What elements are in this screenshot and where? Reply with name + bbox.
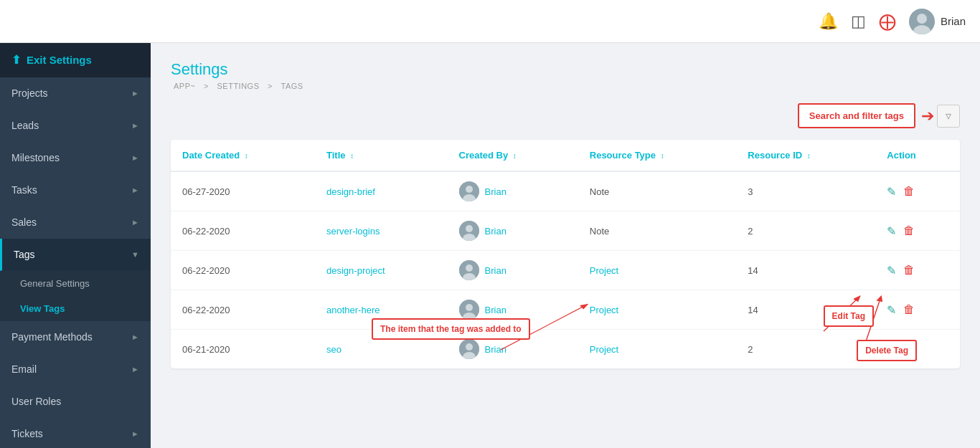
edit-tag-button[interactable]: ✎ <box>887 303 896 317</box>
sidebar-item-projects[interactable]: Projects ► <box>0 77 151 110</box>
avatar <box>909 9 935 34</box>
cell-resource-type: Project <box>578 251 737 290</box>
sidebar-item-milestones[interactable]: Milestones ► <box>0 142 151 174</box>
sidebar-item-tags[interactable]: Tags ▼ <box>0 239 151 271</box>
sidebar-label-payment-methods: Payment Methods <box>11 331 93 343</box>
sidebar-tags-submenu: General Settings View Tags <box>0 271 151 321</box>
callout-delete-tag: Delete Tag <box>857 340 917 361</box>
avatar <box>459 221 479 241</box>
svg-point-10 <box>466 264 473 272</box>
callout-item-added-to: The item that the tag was added to <box>372 318 530 340</box>
table-row: 06-27-2020 design-brief Brian Note 3 ✎ 🗑 <box>171 171 960 211</box>
svg-point-7 <box>466 225 473 232</box>
avatar <box>459 181 479 201</box>
breadcrumb-settings[interactable]: SETTINGS <box>217 82 259 90</box>
sidebar-item-general-settings[interactable]: General Settings <box>0 271 151 296</box>
sort-icon: ↕ <box>245 152 248 160</box>
avatar <box>459 300 479 320</box>
cell-resource-type: Project <box>578 330 737 369</box>
created-by-name: Brian <box>485 226 507 237</box>
sidebar-item-user-roles[interactable]: User Roles <box>0 386 151 418</box>
svg-point-13 <box>466 304 473 311</box>
col-action: Action <box>875 140 960 171</box>
filter-button[interactable]: ▿ <box>937 105 960 128</box>
created-by-name: Brian <box>485 305 507 315</box>
sidebar-label-projects: Projects <box>11 87 48 99</box>
avatar <box>459 260 479 280</box>
cell-date: 06-22-2020 <box>171 290 315 330</box>
chevron-right-icon: ► <box>131 186 139 194</box>
annotation-container: Date Created ↕ Title ↕ Created By ↕ Reso… <box>171 140 960 368</box>
cell-title: design-project <box>315 251 448 290</box>
edit-tag-button[interactable]: ✎ <box>887 185 896 199</box>
funnel-icon: ▿ <box>946 109 951 123</box>
breadcrumb-sep2: > <box>268 82 275 90</box>
cell-title: server-logins <box>315 211 448 251</box>
cell-action: ✎ 🗑 <box>875 251 960 290</box>
table-header-row: Date Created ↕ Title ↕ Created By ↕ Reso… <box>171 140 960 171</box>
sidebar-item-payment-methods[interactable]: Payment Methods ► <box>0 321 151 353</box>
sidebar-item-tickets[interactable]: Tickets ► <box>0 418 151 448</box>
svg-point-1 <box>917 14 927 24</box>
sidebar-label-sales: Sales <box>11 216 37 228</box>
sidebar-item-view-tags[interactable]: View Tags <box>0 296 151 321</box>
breadcrumb: APP~ > SETTINGS > TAGS <box>171 82 960 90</box>
cell-date: 06-21-2020 <box>171 330 315 369</box>
col-resource-type[interactable]: Resource Type ↕ <box>578 140 737 171</box>
notification-icon[interactable]: 🔔 <box>819 12 838 31</box>
sidebar-label-email: Email <box>11 363 37 375</box>
cell-resource-id: 14 <box>736 251 875 290</box>
sort-icon: ↕ <box>807 152 811 160</box>
sidebar-label-tasks: Tasks <box>11 184 37 196</box>
col-title[interactable]: Title ↕ <box>315 140 448 171</box>
arrow-right-icon: ➔ <box>921 107 934 125</box>
sidebar-item-leads[interactable]: Leads ► <box>0 110 151 142</box>
delete-tag-button[interactable]: 🗑 <box>903 264 915 277</box>
avatar <box>459 339 479 359</box>
sidebar: ⬆ Exit Settings Projects ► Leads ► Miles… <box>0 43 151 448</box>
main-content: Settings APP~ > SETTINGS > TAGS Search a… <box>151 43 980 448</box>
filter-row: Search and filter tags ➔ ▿ <box>171 103 960 128</box>
edit-tag-button[interactable]: ✎ <box>887 224 896 238</box>
chevron-right-icon: ► <box>131 121 139 130</box>
col-date-created[interactable]: Date Created ↕ <box>171 140 315 171</box>
delete-tag-button[interactable]: 🗑 <box>903 303 915 316</box>
table-row: 06-22-2020 design-project Brian Project … <box>171 251 960 290</box>
created-by-name: Brian <box>485 344 507 355</box>
exit-settings-button[interactable]: ⬆ Exit Settings <box>0 43 151 77</box>
sidebar-item-tasks[interactable]: Tasks ► <box>0 174 151 206</box>
chevron-down-icon: ▼ <box>131 250 139 259</box>
tags-table: Date Created ↕ Title ↕ Created By ↕ Reso… <box>171 140 960 368</box>
svg-point-16 <box>466 343 473 351</box>
sidebar-item-email[interactable]: Email ► <box>0 353 151 386</box>
breadcrumb-app[interactable]: APP~ <box>174 82 195 90</box>
sidebar-item-sales[interactable]: Sales ► <box>0 206 151 239</box>
delete-tag-button[interactable]: 🗑 <box>903 185 915 198</box>
sort-icon: ↕ <box>513 152 517 160</box>
breadcrumb-sep1: > <box>204 82 211 90</box>
col-resource-id[interactable]: Resource ID ↕ <box>736 140 875 171</box>
table-row: 06-22-2020 server-logins Brian Note 2 ✎ … <box>171 211 960 251</box>
chevron-right-icon: ► <box>131 333 139 341</box>
chevron-right-icon: ► <box>131 429 139 438</box>
sort-icon: ↕ <box>350 152 354 160</box>
topbar-user[interactable]: Brian <box>909 9 966 34</box>
sort-icon: ↕ <box>661 152 664 160</box>
sidebar-label-user-roles: User Roles <box>11 396 61 407</box>
cell-action: ✎ 🗑 <box>875 211 960 251</box>
exit-icon: ⬆ <box>11 53 21 67</box>
layout-icon[interactable]: ◫ <box>851 12 866 31</box>
cell-resource-type: Note <box>578 211 737 251</box>
search-filter-label: Search and filter tags <box>798 103 915 128</box>
edit-tag-button[interactable]: ✎ <box>887 264 896 277</box>
col-created-by[interactable]: Created By ↕ <box>448 140 578 171</box>
delete-tag-button[interactable]: 🗑 <box>903 224 915 237</box>
cell-created-by: Brian <box>448 211 578 251</box>
cell-date: 06-27-2020 <box>171 171 315 211</box>
add-circle-icon[interactable]: ⨁ <box>879 11 896 32</box>
breadcrumb-tags: TAGS <box>281 82 303 90</box>
cell-action: ✎ 🗑 <box>875 171 960 211</box>
topbar-icons: 🔔 ◫ ⨁ Brian <box>819 9 966 34</box>
cell-resource-type: Project <box>578 290 737 330</box>
chevron-right-icon: ► <box>131 89 139 97</box>
